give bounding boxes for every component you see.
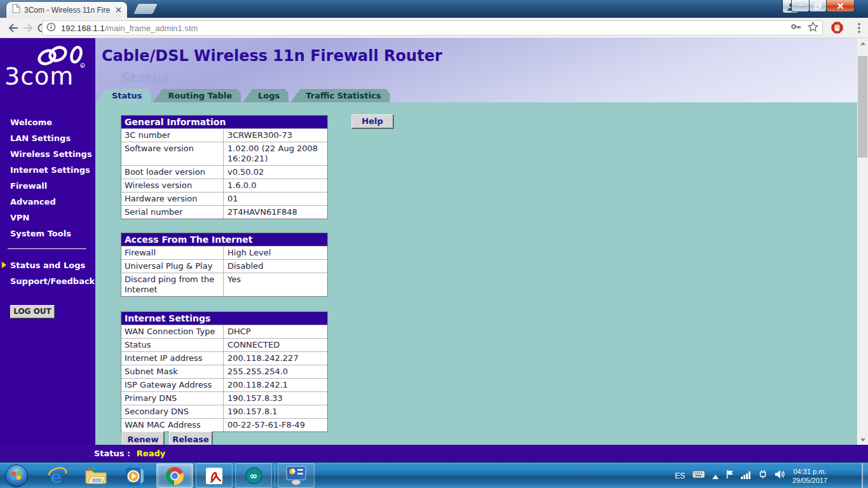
taskbar-ie-button[interactable]: e [44, 463, 70, 488]
safely-remove-hardware-icon[interactable] [758, 470, 768, 482]
table-row: Secondary DNS 190.157.8.1 [121, 405, 327, 418]
general-information-table: General Information 3C number 3CRWER300-… [121, 115, 328, 219]
row-value: 01 [224, 193, 327, 205]
sidebar-nav-item[interactable]: LAN Settings [10, 130, 94, 146]
renew-button[interactable]: Renew [122, 431, 164, 445]
sidebar-nav-item[interactable]: Support/Feedback [10, 273, 94, 289]
sidebar-nav-item[interactable]: Advanced [10, 194, 94, 210]
row-value: DHCP [224, 325, 327, 338]
taskbar-chrome-button[interactable] [156, 463, 193, 488]
page-title: Cable/DSL Wireless 11n Firewall Router [102, 47, 442, 65]
page-header: Cable/DSL Wireless 11n Firewall Router S… [95, 38, 857, 102]
svg-text:e: e [50, 467, 62, 485]
router-tab[interactable]: Logs [243, 89, 288, 102]
bookmark-star-icon[interactable] [808, 22, 818, 34]
taskbar-wmp-button[interactable] [122, 463, 147, 488]
new-tab-button[interactable] [133, 4, 157, 14]
scroll-up-icon[interactable] [857, 38, 868, 48]
back-icon[interactable] [8, 23, 19, 33]
status-bar: Status : Ready [0, 445, 868, 462]
internet-explorer-icon: e [46, 466, 68, 485]
row-label: Universal Plug & Play [121, 260, 224, 273]
table-caption: Internet Settings [121, 312, 327, 325]
sidebar-nav-item[interactable]: Status and Logs [10, 257, 94, 273]
router-tab[interactable]: Status [97, 89, 151, 102]
row-label: Secondary DNS [121, 405, 224, 418]
browser-menu-icon[interactable] [858, 23, 860, 33]
start-button[interactable] [5, 464, 28, 487]
url-text: 192.168.1.1/main_frame_admin1.stm [61, 24, 790, 33]
address-bar[interactable]: 192.168.1.1/main_frame_admin1.stm [42, 20, 823, 36]
sidebar-nav-item[interactable]: Wireless Settings [10, 146, 94, 162]
scroll-down-icon[interactable] [857, 435, 868, 445]
browser-toolbar: 192.168.1.1/main_frame_admin1.stm [0, 18, 868, 38]
sidebar: R 3com WelcomeLAN SettingsWireless Setti… [0, 38, 95, 445]
tab-close-icon[interactable] [113, 5, 123, 15]
taskbar-system-utility-button[interactable] [278, 463, 315, 488]
sidebar-nav-item[interactable]: Firewall [10, 178, 94, 194]
show-desktop-button[interactable] [862, 463, 868, 488]
forward-icon[interactable] [22, 23, 34, 33]
network-signal-icon[interactable] [741, 470, 751, 482]
row-value: 190.157.8.33 [224, 392, 327, 405]
hidden-icons-chevron[interactable] [712, 470, 719, 482]
row-value: 1.6.0.0 [224, 179, 327, 192]
sidebar-divider [8, 248, 86, 249]
row-label: Discard ping from the Internet [121, 273, 224, 296]
router-tab[interactable]: Traffic Statistics [290, 89, 390, 102]
taskbar-acrobat-button[interactable] [196, 463, 233, 488]
window-minimize-button[interactable] [791, 0, 810, 12]
taskbar-clock[interactable]: 04:31 p.m. 29/05/2017 [792, 467, 827, 485]
svg-text:R: R [81, 64, 84, 68]
router-admin-page: R 3com WelcomeLAN SettingsWireless Setti… [0, 38, 868, 462]
row-label: Primary DNS [121, 392, 224, 405]
saved-password-key-icon[interactable] [790, 22, 801, 34]
table-row: Serial number 2T4HAVN61F848 [121, 205, 327, 219]
row-value: 255.255.254.0 [224, 365, 327, 378]
window-close-button[interactable] [826, 0, 855, 12]
row-label: Status [121, 339, 224, 351]
scrollbar-thumb[interactable] [858, 56, 867, 158]
access-from-internet-table: Access From The Internet Firewall High L… [121, 233, 328, 297]
row-value: 3CRWER300-73 [224, 129, 327, 142]
row-label: Internet IP address [121, 352, 224, 365]
keyboard-icon[interactable] [692, 470, 705, 482]
action-center-flag-icon[interactable] [726, 470, 734, 482]
page-scrollbar[interactable] [857, 38, 868, 445]
sidebar-nav-item[interactable]: Internet Settings [10, 162, 94, 178]
taskbar-explorer-button[interactable] [83, 463, 109, 488]
table-row: Primary DNS 190.157.8.33 [121, 391, 327, 405]
logout-button[interactable]: LOG OUT [10, 305, 55, 318]
language-indicator[interactable]: ES [675, 471, 685, 480]
window-maximize-button[interactable] [809, 0, 827, 12]
status-label: Status : [94, 449, 130, 458]
status-value: Ready [137, 449, 165, 458]
volume-icon[interactable] [775, 470, 785, 482]
table-row: Boot loader version v0.50.02 [121, 165, 327, 179]
table-row: Discard ping from the Internet Yes [121, 273, 327, 296]
row-label: Wireless version [121, 179, 224, 192]
sidebar-nav-item[interactable]: Welcome [10, 114, 94, 130]
browser-tab[interactable]: 3Com - Wireless 11n Fire [6, 2, 127, 18]
table-row: 3C number 3CRWER300-73 [121, 128, 327, 142]
table-row: Wireless version 1.6.0.0 [121, 179, 327, 192]
table-row: Status CONNECTED [121, 338, 327, 351]
row-value: Disabled [224, 260, 327, 273]
active-item-arrow-icon [2, 262, 6, 268]
row-value: Yes [224, 273, 327, 296]
help-button[interactable]: Help [351, 114, 393, 128]
page-info-icon[interactable] [46, 22, 56, 34]
row-value: High Level [224, 247, 327, 259]
adblock-extension-icon[interactable] [831, 22, 843, 32]
row-value: 200.118.242.227 [224, 352, 327, 365]
system-tray: ES 04:31 p.m. 29/05/2017 [675, 463, 827, 488]
taskbar-arduino-button[interactable]: ∞ [235, 463, 272, 488]
sidebar-nav-item[interactable]: System Tools [10, 226, 94, 241]
sidebar-nav-item[interactable]: VPN [10, 210, 94, 226]
table-row: Hardware version 01 [121, 192, 327, 205]
router-tab[interactable]: Routing Table [153, 89, 241, 102]
clock-date: 29/05/2017 [792, 476, 827, 485]
browser-tab-title: 3Com - Wireless 11n Fire [24, 6, 112, 15]
row-label: Subnet Mask [121, 365, 224, 378]
release-button[interactable]: Release [169, 431, 212, 445]
